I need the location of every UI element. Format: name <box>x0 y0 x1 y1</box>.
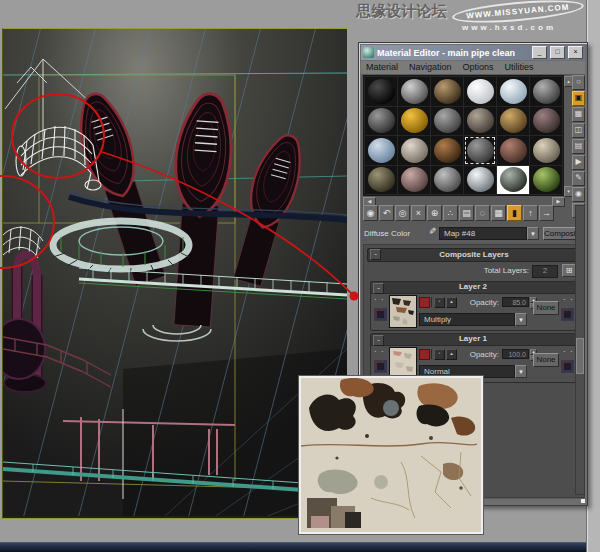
total-layers-value: 2 <box>532 265 558 278</box>
video-color-check-icon[interactable]: ▤ <box>572 139 585 154</box>
go-to-parent-icon[interactable]: ↑ <box>523 205 538 221</box>
layer-1-opacity-value[interactable]: 100.0 <box>502 349 529 359</box>
material-sample-slot-2[interactable] <box>398 77 430 106</box>
scrollbar-thumb[interactable] <box>576 338 584 374</box>
rename-layer-2-button[interactable]: ▴ <box>446 297 457 308</box>
3d-viewport[interactable] <box>2 28 347 519</box>
material-sample-sphere <box>434 79 461 104</box>
reset-map-icon[interactable]: × <box>411 205 426 221</box>
minimize-button[interactable]: _ <box>532 46 547 59</box>
material-sample-slot-22[interactable] <box>464 166 496 195</box>
material-sample-slot-7[interactable] <box>365 107 397 136</box>
material-sample-slot-24[interactable] <box>530 166 562 195</box>
layer-1-mask-color-correct-icon[interactable] <box>561 360 574 373</box>
add-layer-button[interactable]: ⊞ <box>562 264 576 277</box>
layer-2-color-correct-icon[interactable] <box>374 308 387 321</box>
put-to-library-icon[interactable]: ▤ <box>459 205 474 221</box>
show-map-in-viewport-icon[interactable]: ▦ <box>491 205 506 221</box>
make-preview-icon[interactable]: ▶ <box>572 155 585 170</box>
layer-1-header[interactable]: Layer 1 <box>371 334 575 346</box>
layer-2-mask-button[interactable]: None <box>533 301 559 315</box>
menu-utilities[interactable]: Utilities <box>505 62 534 74</box>
menu-material[interactable]: Material <box>366 62 398 74</box>
layer-2-texture-thumbnail[interactable] <box>389 295 417 328</box>
layer-1-mask-button[interactable]: None <box>533 353 559 367</box>
backlight-icon[interactable]: ▣ <box>572 91 585 106</box>
material-sample-slot-15[interactable] <box>431 136 463 165</box>
material-sample-slot-3[interactable] <box>431 77 463 106</box>
menu-navigation[interactable]: Navigation <box>409 62 452 74</box>
material-sample-slot-13[interactable] <box>365 136 397 165</box>
delete-layer-2-button[interactable] <box>419 297 430 308</box>
go-forward-to-sibling-icon[interactable]: → <box>539 205 554 221</box>
material-sample-slot-14[interactable] <box>398 136 430 165</box>
put-material-to-scene-icon[interactable]: ↶ <box>379 205 394 221</box>
eyedropper-icon[interactable]: ✎ <box>425 227 437 239</box>
maximize-button[interactable]: □ <box>550 46 565 59</box>
menu-options[interactable]: Options <box>463 62 494 74</box>
material-sample-slot-5[interactable] <box>497 77 529 106</box>
material-sample-slot-4[interactable] <box>464 77 496 106</box>
duplicate-layer-1-button[interactable]: ▫ <box>434 349 445 360</box>
material-sample-slot-18[interactable] <box>530 136 562 165</box>
layer-2-collapse-icon[interactable]: - <box>373 283 384 294</box>
divider <box>431 349 432 359</box>
layer-1-handle-icon[interactable]: · · <box>374 349 385 355</box>
select-by-material-icon[interactable]: ◉ <box>572 187 585 202</box>
assign-material-to-selection-icon[interactable]: ◎ <box>395 205 410 221</box>
sample-type-icon[interactable]: ○ <box>572 75 585 90</box>
material-sample-slot-16[interactable] <box>464 136 496 165</box>
material-sample-sphere <box>500 108 527 133</box>
material-sample-slot-23[interactable] <box>497 166 529 195</box>
rollout-scrollbar[interactable] <box>575 205 585 495</box>
material-sample-slot-17[interactable] <box>497 136 529 165</box>
rollout-collapse-icon[interactable]: - <box>370 249 381 260</box>
material-editor-options-icon[interactable]: ✎ <box>572 171 585 186</box>
map-name-dropdown-arrow-icon[interactable]: ▼ <box>527 227 539 240</box>
make-material-copy-icon[interactable]: ⊕ <box>427 205 442 221</box>
screenshot-stage: Material Editor - main pipe clean _ □ × … <box>0 0 600 552</box>
map-name-field[interactable]: Map #48 <box>439 227 527 240</box>
layer-2-opacity-label: Opacity: <box>457 298 499 307</box>
rename-layer-1-button[interactable]: ▴ <box>446 349 457 360</box>
material-editor-app-icon <box>363 47 374 58</box>
material-editor-titlebar[interactable]: Material Editor - main pipe clean _ □ × <box>361 45 585 60</box>
material-sample-sphere <box>401 108 428 133</box>
layer-2-handle-icon[interactable]: · · <box>374 297 385 303</box>
sample-uv-tiling-icon[interactable]: ◫ <box>572 123 585 138</box>
layer-2-opacity-value[interactable]: 85.0 <box>502 297 529 307</box>
material-sample-slot-8[interactable] <box>398 107 430 136</box>
material-id-channel-icon[interactable]: ◌ <box>475 205 490 221</box>
layer-2-blend-mode-dropdown[interactable]: Multiply <box>419 313 515 326</box>
show-end-result-icon[interactable]: ▮ <box>507 205 522 221</box>
layer-2-handle-right-icon[interactable]: · · <box>563 297 574 303</box>
material-sample-sphere <box>500 138 527 163</box>
layer-2-mask-color-correct-icon[interactable] <box>561 308 574 321</box>
window-resize-grip[interactable] <box>581 499 585 503</box>
material-sample-slot-20[interactable] <box>398 166 430 195</box>
layer-1-opacity-label: Opacity: <box>457 350 499 359</box>
get-material-icon[interactable]: ◉ <box>363 205 378 221</box>
map-name-row: Diffuse Color ✎ Map #48 ▼ Composite <box>361 226 585 241</box>
duplicate-layer-2-button[interactable]: ▫ <box>434 297 445 308</box>
layer-1-collapse-icon[interactable]: - <box>373 335 384 346</box>
layer-1-blend-dropdown-arrow-icon[interactable]: ▼ <box>515 365 527 378</box>
make-unique-icon[interactable]: ∴ <box>443 205 458 221</box>
background-icon[interactable]: ▦ <box>572 107 585 122</box>
layer-1-handle-right-icon[interactable]: · · <box>563 349 574 355</box>
material-sample-slot-12[interactable] <box>530 107 562 136</box>
material-sample-slot-1[interactable] <box>365 77 397 106</box>
layer-2-header[interactable]: Layer 2 <box>371 282 575 294</box>
watermark-forum-text: 思缘设计论坛 <box>356 2 446 21</box>
material-sample-slot-21[interactable] <box>431 166 463 195</box>
material-sample-slot-11[interactable] <box>497 107 529 136</box>
delete-layer-1-button[interactable] <box>419 349 430 360</box>
layer-2-blend-dropdown-arrow-icon[interactable]: ▼ <box>515 313 527 326</box>
material-sample-slot-9[interactable] <box>431 107 463 136</box>
close-button[interactable]: × <box>568 46 583 59</box>
layer-1-color-correct-icon[interactable] <box>374 360 387 373</box>
material-sample-slot-6[interactable] <box>530 77 562 106</box>
material-sample-slot-19[interactable] <box>365 166 397 195</box>
material-sample-slot-10[interactable] <box>464 107 496 136</box>
composite-layers-rollout-header[interactable]: Composite Layers <box>367 248 581 262</box>
